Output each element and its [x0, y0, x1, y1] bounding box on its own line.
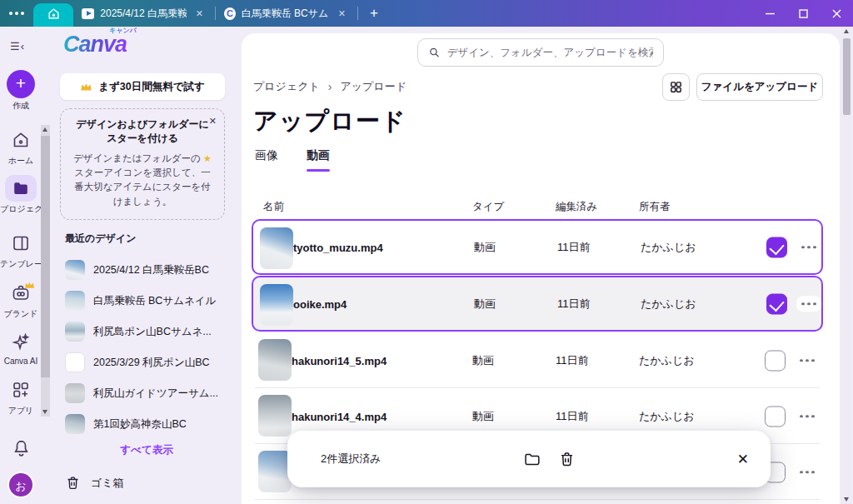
close-icon[interactable]: ✕: [737, 451, 749, 468]
upload-file-button[interactable]: ファイルをアップロード: [696, 73, 823, 101]
table-header: 名前 タイプ 編集済み 所有者: [242, 197, 840, 217]
row-checkbox[interactable]: [765, 406, 786, 427]
free-trial-button[interactable]: まず30日間無料で試す: [60, 73, 225, 100]
titlebar: 2025/4/12 白馬乗鞍... ✕ C 白馬乗鞍岳 BCサム... ✕ +: [0, 0, 853, 27]
tab-images[interactable]: 画像: [255, 148, 278, 172]
nav-rail: ☰‹ + 作成 ホーム プロジェクト テンプレート ブランド Canva AI: [0, 27, 42, 504]
search-input[interactable]: [447, 47, 653, 58]
video-thumbnail: [260, 284, 293, 326]
recent-design-item[interactable]: 利尻山ガイドツアーサム...: [60, 380, 237, 407]
selection-toolbar: 2件選択済み ✕: [287, 431, 771, 487]
close-button[interactable]: [820, 0, 853, 27]
video-thumbnail: [260, 227, 293, 269]
scroll-down-icon[interactable]: [42, 410, 47, 414]
recent-design-item[interactable]: 白馬乗鞍岳 BCサムネイル: [60, 287, 237, 314]
table-row[interactable]: ooike.mp4 動画 11日前 たかふじお: [252, 276, 823, 332]
sidebar-item-templates[interactable]: テンプレート: [0, 233, 42, 270]
video-thumbnail: [258, 339, 292, 381]
canva-logo: Canva キャンバ: [63, 32, 127, 57]
minimize-button[interactable]: [753, 0, 786, 27]
grid-view-icon: [669, 80, 683, 94]
close-icon[interactable]: ✕: [209, 116, 217, 127]
design-thumbnail: [65, 352, 85, 372]
home-icon: [47, 7, 61, 24]
tab-design-1[interactable]: 2025/4/12 白馬乗鞍... ✕: [73, 0, 215, 27]
sidebar-item-projects[interactable]: プロジェクト: [0, 175, 42, 215]
row-divider: [255, 499, 820, 500]
plus-icon: +: [7, 70, 35, 98]
collapse-sidebar-icon[interactable]: ☰‹: [10, 40, 25, 52]
tab-label: 2025/4/12 白馬乗鞍...: [100, 7, 186, 21]
design-thumbnail: [65, 322, 85, 342]
chevron-right-icon: ›: [328, 80, 332, 93]
rail-scrollbar[interactable]: [41, 125, 50, 417]
side-panel: Canva キャンバ まず30日間無料で試す ✕ デザインおよびフォルダーに ス…: [52, 27, 242, 504]
titlebar-overflow-menu[interactable]: [0, 0, 33, 27]
row-menu-button[interactable]: [795, 464, 820, 481]
recent-design-item[interactable]: 利尻島ポン山BCサムネ...: [60, 318, 237, 345]
delete-selected-button[interactable]: [558, 451, 576, 468]
star-tip-panel: ✕ デザインおよびフォルダーに スターを付ける デザインまたはフォルダーの ★ …: [60, 108, 225, 220]
row-menu-button[interactable]: [795, 352, 820, 369]
main-content: プロジェクト › アップロード ファイルをアップロード アップロード 画像 動画…: [242, 33, 840, 504]
search-bar[interactable]: [417, 38, 664, 67]
trash-icon: [65, 475, 81, 491]
row-checkbox[interactable]: [766, 293, 787, 314]
trash-button[interactable]: ゴミ箱: [65, 475, 124, 491]
window-controls: [753, 0, 853, 27]
row-checkbox[interactable]: [765, 350, 786, 371]
maximize-button[interactable]: [786, 0, 820, 27]
row-menu-button[interactable]: [796, 296, 821, 312]
video-thumbnail: [258, 395, 292, 437]
home-icon: [11, 130, 31, 150]
scroll-up-icon[interactable]: [844, 29, 849, 33]
tab-videos[interactable]: 動画: [307, 148, 330, 172]
main-scrollbar-thumb[interactable]: [843, 38, 851, 115]
design-thumbnail: [65, 260, 85, 280]
close-icon[interactable]: ✕: [192, 7, 207, 21]
move-to-folder-button[interactable]: [523, 451, 541, 468]
row-checkbox[interactable]: [766, 237, 787, 257]
row-menu-button[interactable]: [796, 239, 821, 256]
sidebar-item-canva-ai[interactable]: Canva AI: [0, 332, 42, 366]
folder-icon: [523, 451, 541, 468]
recent-design-item[interactable]: 2025/4/12 白馬乗鞍岳BC: [60, 257, 237, 283]
sidebar-item-brand[interactable]: ブランド: [0, 283, 42, 320]
bell-icon: [11, 438, 32, 459]
star-icon: ★: [203, 153, 212, 163]
table-row[interactable]: hakunori14_5.mp4 動画 11日前 たかふじお: [252, 332, 823, 388]
video-thumbnail: [258, 451, 292, 492]
create-button[interactable]: + 作成: [0, 70, 42, 112]
sidebar-item-home[interactable]: ホーム: [0, 130, 42, 167]
tab-home[interactable]: [33, 3, 73, 27]
recent-design-item[interactable]: 第1回妙高神奈山BC: [60, 411, 237, 437]
trash-icon: [558, 451, 576, 468]
close-icon[interactable]: ✕: [335, 7, 349, 21]
breadcrumb-projects[interactable]: プロジェクト: [253, 79, 320, 94]
scroll-up-icon[interactable]: [42, 127, 47, 132]
create-label: 作成: [0, 100, 42, 112]
recent-design-item[interactable]: 2025/3/29 利尻ポン山BC: [60, 349, 237, 376]
canva-icon: C: [224, 7, 236, 20]
folder-icon: [12, 179, 30, 197]
selection-count: 2件選択済み: [321, 452, 382, 467]
main-scrollbar[interactable]: [841, 27, 851, 504]
tab-design-2[interactable]: C 白馬乗鞍岳 BCサム... ✕: [216, 0, 357, 27]
rail-scrollbar-thumb[interactable]: [41, 136, 50, 377]
new-tab-button[interactable]: +: [358, 5, 390, 22]
crown-icon: [80, 82, 92, 92]
scroll-down-icon[interactable]: [844, 497, 849, 502]
row-menu-button[interactable]: [795, 408, 820, 425]
design-thumbnail: [65, 291, 85, 311]
tip-body: デザインまたはフォルダーの ★ スターアイコンを選択して、一番大切なアイテムにス…: [71, 152, 214, 209]
notifications-button[interactable]: [0, 438, 42, 462]
table-row[interactable]: tyotto_muzu.mp4 動画 11日前 たかふじお: [252, 219, 823, 275]
show-all-link[interactable]: すべて表示: [52, 443, 242, 457]
content-tabs: 画像 動画: [255, 148, 330, 172]
sidebar-item-apps[interactable]: アプリ: [0, 380, 42, 417]
account-avatar[interactable]: お: [0, 472, 42, 498]
breadcrumb-uploads[interactable]: アップロード: [341, 79, 407, 94]
crown-icon: [24, 277, 35, 292]
breadcrumb: プロジェクト › アップロード: [253, 79, 407, 94]
grid-view-button[interactable]: [662, 73, 690, 101]
